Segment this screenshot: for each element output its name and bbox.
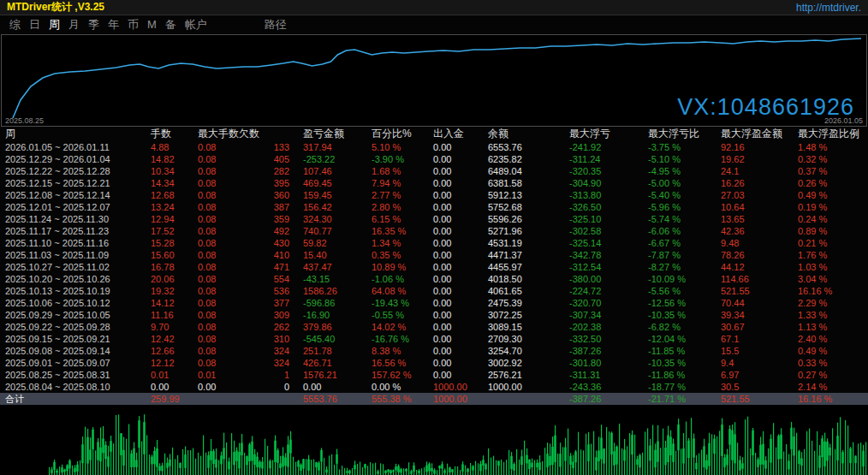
cell-max-float-loss: -380.00 bbox=[564, 273, 643, 285]
cell-period: 2025.10.06 ~ 2025.10.12 bbox=[0, 297, 146, 309]
cell-max-float-profit-pct: 0.49 % bbox=[793, 189, 868, 201]
table-row[interactable]: 2025.09.08 ~ 2025.09.1412.660.08324251.7… bbox=[0, 345, 868, 357]
table-row[interactable]: 2025.08.04 ~ 2025.08.100.000.0000.000.00… bbox=[0, 381, 868, 393]
menu-item-path[interactable]: 路径 bbox=[265, 17, 287, 33]
cell-cashflow: 1000.00 bbox=[428, 393, 483, 405]
cell-pnl: -43.15 bbox=[298, 273, 366, 285]
cell-count bbox=[240, 393, 298, 405]
cell-max-float-profit-pct: 16.16 % bbox=[793, 393, 868, 405]
table-row[interactable]: 2025.08.25 ~ 2025.08.310.010.0111576.211… bbox=[0, 369, 868, 381]
cell-max-float-profit-pct: 0.32 % bbox=[793, 153, 868, 165]
cell-lots: 13.24 bbox=[146, 201, 193, 213]
cell-max-float-loss-pct: -3.75 % bbox=[643, 141, 716, 153]
cell-balance: 1000.00 bbox=[483, 381, 564, 393]
cell-period: 合计 bbox=[0, 393, 146, 405]
cell-pnl: 251.78 bbox=[298, 345, 366, 357]
cell-cashflow: 0.00 bbox=[428, 297, 483, 309]
table-row[interactable]: 2025.11.24 ~ 2025.11.3012.940.08359324.3… bbox=[0, 213, 868, 225]
menu-tab-币[interactable]: 币 bbox=[128, 18, 139, 31]
cell-max-lots bbox=[193, 393, 240, 405]
table-row[interactable]: 2026.01.05 ~ 2026.01.114.880.08133317.94… bbox=[0, 141, 868, 153]
cell-max-float-profit: 92.16 bbox=[716, 141, 793, 153]
cell-cashflow: 0.00 bbox=[428, 141, 483, 153]
cell-balance: 2475.39 bbox=[483, 297, 564, 309]
cell-count: 395 bbox=[240, 177, 298, 189]
menu-tab-周[interactable]: 周 bbox=[49, 18, 60, 31]
table-row[interactable]: 2025.11.10 ~ 2025.11.1615.280.0843059.82… bbox=[0, 237, 868, 249]
cell-pnl: 59.82 bbox=[298, 237, 366, 249]
cell-lots: 14.34 bbox=[146, 177, 193, 189]
table-row[interactable]: 2025.10.20 ~ 2025.10.2620.060.08554-43.1… bbox=[0, 273, 868, 285]
cell-max-float-profit: 19.62 bbox=[716, 153, 793, 165]
menu-tab-帐户[interactable]: 帐户 bbox=[185, 18, 207, 31]
table-row[interactable]: 2025.11.17 ~ 2025.11.2317.520.08492740.7… bbox=[0, 225, 868, 237]
menu-tab-综[interactable]: 综 bbox=[9, 18, 21, 31]
cell-pnl: 437.47 bbox=[298, 261, 366, 273]
table-row[interactable]: 2025.12.08 ~ 2025.12.1412.680.08360159.4… bbox=[0, 189, 868, 201]
menu-tab-M[interactable]: M bbox=[147, 18, 157, 31]
total-row[interactable]: 合计259.995553.76555.38 %1000.00-387.26-21… bbox=[0, 393, 868, 405]
app-title: MTDriver统计 ,V3.25 bbox=[7, 0, 104, 15]
menu-tab-年[interactable]: 年 bbox=[108, 18, 119, 31]
table-row[interactable]: 2025.12.29 ~ 2026.01.0414.820.08405-253.… bbox=[0, 153, 868, 165]
cell-max-float-profit: 521.55 bbox=[716, 393, 793, 405]
cell-cashflow: 0.00 bbox=[428, 333, 483, 345]
cell-max-float-loss-pct: -12.56 % bbox=[643, 297, 716, 309]
col-header-pnl-pct: 百分比% bbox=[366, 127, 428, 141]
menu-tab-日[interactable]: 日 bbox=[29, 18, 40, 31]
cell-pnl: 469.45 bbox=[298, 177, 366, 189]
app-url-link[interactable]: http://mtdriver. bbox=[796, 2, 861, 14]
cell-cashflow: 0.00 bbox=[428, 261, 483, 273]
menu-tab-季[interactable]: 季 bbox=[88, 18, 99, 31]
cell-balance: 6235.82 bbox=[483, 153, 564, 165]
table-row[interactable]: 2025.11.03 ~ 2025.11.0915.600.0841015.40… bbox=[0, 249, 868, 261]
cell-count: 471 bbox=[240, 261, 298, 273]
cell-balance: 2709.30 bbox=[483, 333, 564, 345]
table-row[interactable]: 2025.12.22 ~ 2025.12.2810.340.08282107.4… bbox=[0, 165, 868, 177]
col-header-max-lots: 最大手数欠数 bbox=[193, 127, 298, 141]
cell-max-float-profit-pct: 0.19 % bbox=[793, 201, 868, 213]
cell-pnl: 426.71 bbox=[298, 357, 366, 369]
cell-max-float-loss-pct: -18.77 % bbox=[643, 381, 716, 393]
cell-max-float-loss: -320.35 bbox=[564, 165, 643, 177]
cell-max-lots: 0.08 bbox=[193, 177, 240, 189]
table-row[interactable]: 2025.10.13 ~ 2025.10.1919.320.085361586.… bbox=[0, 285, 868, 297]
cell-period: 2025.10.27 ~ 2025.11.02 bbox=[0, 261, 146, 273]
cell-period: 2026.01.05 ~ 2026.01.11 bbox=[0, 141, 146, 153]
cell-max-float-profit-pct: 0.33 % bbox=[793, 357, 868, 369]
stats-table-area: 周手数最大手数欠数盈亏金额百分比%出入金余额最大浮亏最大浮亏比最大浮盈金额最大浮… bbox=[0, 127, 868, 405]
cell-max-lots: 0.08 bbox=[193, 165, 240, 177]
cell-max-lots: 0.08 bbox=[193, 189, 240, 201]
table-row[interactable]: 2025.10.27 ~ 2025.11.0216.780.08471437.4… bbox=[0, 261, 868, 273]
cell-period: 2025.09.29 ~ 2025.10.05 bbox=[0, 309, 146, 321]
cell-max-lots: 0.08 bbox=[193, 153, 240, 165]
table-row[interactable]: 2025.12.15 ~ 2025.12.2114.340.08395469.4… bbox=[0, 177, 868, 189]
table-row[interactable]: 2025.09.22 ~ 2025.09.289.700.08262379.86… bbox=[0, 321, 868, 333]
cell-max-lots: 0.08 bbox=[193, 213, 240, 225]
table-row[interactable]: 2025.12.01 ~ 2025.12.0713.240.08387156.4… bbox=[0, 201, 868, 213]
cell-lots: 12.42 bbox=[146, 333, 193, 345]
table-row[interactable]: 2025.09.29 ~ 2025.10.0511.160.08309-16.9… bbox=[0, 309, 868, 321]
cell-max-float-profit-pct: 0.89 % bbox=[793, 225, 868, 237]
cell-max-float-profit: 30.5 bbox=[716, 381, 793, 393]
cell-cashflow: 0.00 bbox=[428, 201, 483, 213]
cell-max-lots: 0.08 bbox=[193, 273, 240, 285]
cell-balance: 4471.37 bbox=[483, 249, 564, 261]
cell-max-float-profit: 70.44 bbox=[716, 297, 793, 309]
table-row[interactable]: 2025.09.15 ~ 2025.09.2112.420.08310-545.… bbox=[0, 333, 868, 345]
chart-start-date: 2025.08.25 bbox=[5, 116, 44, 125]
cell-max-float-loss-pct: -21.71 % bbox=[643, 393, 716, 405]
cell-pnl-pct: 5.10 % bbox=[366, 141, 428, 153]
cell-count: 405 bbox=[240, 153, 298, 165]
cell-period: 2025.12.08 ~ 2025.12.14 bbox=[0, 189, 146, 201]
menu-tab-备[interactable]: 备 bbox=[165, 18, 176, 31]
menu-tab-月[interactable]: 月 bbox=[68, 18, 80, 31]
candlestick-bars bbox=[0, 405, 868, 475]
cell-max-float-loss: -241.92 bbox=[564, 141, 643, 153]
cell-max-float-loss-pct: -7.87 % bbox=[643, 249, 716, 261]
cell-count: 309 bbox=[240, 309, 298, 321]
cell-max-lots: 0.08 bbox=[193, 297, 240, 309]
table-row[interactable]: 2025.10.06 ~ 2025.10.1214.120.08377-596.… bbox=[0, 297, 868, 309]
table-row[interactable]: 2025.09.01 ~ 2025.09.0712.120.08324426.7… bbox=[0, 357, 868, 369]
cell-max-lots: 0.08 bbox=[193, 141, 240, 153]
